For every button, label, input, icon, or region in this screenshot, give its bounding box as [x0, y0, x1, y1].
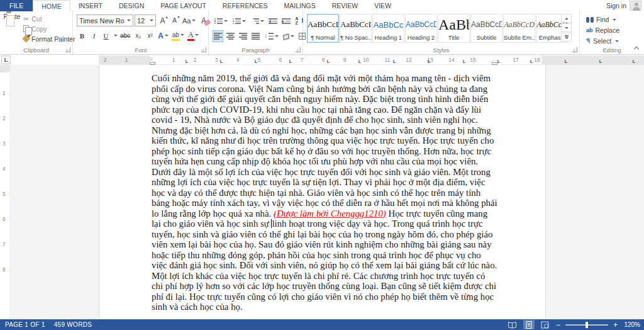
ribbon-tab-bar: FILE HOME INSERT DESIGN PAGE LAYOUT REFE… — [0, 0, 644, 11]
format-painter-button[interactable]: Format Painter — [23, 35, 75, 43]
style-heading2[interactable]: AaBbCcD Heading 2 — [405, 14, 437, 43]
tab-stop-mark[interactable]: L — [289, 59, 292, 64]
left-indent-marker[interactable] — [150, 62, 155, 65]
tab-stop-mark[interactable]: L — [327, 59, 330, 64]
tab-stop-mark[interactable]: L — [393, 59, 396, 64]
tab-stop-mark[interactable]: L — [633, 59, 636, 64]
styles-more-button[interactable] — [561, 33, 572, 42]
line-spacing-button[interactable] — [263, 30, 280, 42]
styles-scroll-up-button[interactable] — [561, 14, 572, 23]
align-right-button[interactable] — [238, 30, 248, 42]
account-avatar[interactable] — [630, 1, 641, 11]
ruler-number: 5 — [3, 191, 6, 197]
underline-dropdown-icon[interactable] — [114, 35, 118, 37]
tab-stop-mark[interactable]: L — [565, 59, 568, 64]
font-size-combo[interactable]: 12 — [135, 14, 156, 26]
font-name-combo[interactable]: Times New Ro — [77, 14, 133, 26]
zoom-level-indicator[interactable]: 120% — [623, 321, 640, 328]
underline-button[interactable]: U — [101, 30, 111, 42]
style-subtitle[interactable]: AaBbCcD Subtitle — [470, 14, 502, 43]
numbering-button[interactable] — [231, 15, 247, 27]
style-heading1[interactable]: AaBbCc Heading 1 — [372, 14, 404, 43]
styles-dialog-launcher-icon[interactable] — [572, 47, 577, 52]
vertical-ruler[interactable]: 1 2 3 4 5 6 7 8 — [0, 65, 10, 319]
shrink-font-button[interactable]: A — [169, 14, 180, 26]
tab-stop-mark[interactable]: L — [255, 59, 258, 64]
zoom-slider-thumb[interactable] — [586, 322, 588, 328]
document-page[interactable]: Cuối những năm 2019, thế giới đã và đang… — [99, 65, 546, 319]
tab-stop-mark[interactable]: L — [599, 59, 602, 64]
clear-formatting-button[interactable]: A — [198, 14, 209, 26]
grow-font-button[interactable]: A — [157, 14, 168, 26]
align-center-button[interactable] — [225, 30, 236, 42]
highlight-color-button[interactable]: ab — [171, 30, 186, 42]
copy-button[interactable]: Copy — [23, 25, 47, 33]
superscript-button[interactable]: x² — [145, 30, 155, 42]
text-effects-button[interactable]: A — [157, 30, 170, 42]
page-count-indicator[interactable]: PAGE 1 OF 1 — [5, 321, 45, 328]
subscript-button[interactable]: x₂ — [133, 30, 143, 42]
font-color-button[interactable]: A — [187, 30, 200, 42]
replace-button[interactable]: ab Replace — [586, 26, 619, 35]
bullets-button[interactable] — [213, 15, 229, 27]
first-line-indent-marker[interactable] — [149, 55, 154, 59]
font-name-dropdown-icon[interactable] — [127, 20, 131, 21]
strikethrough-button[interactable]: abc — [119, 30, 131, 42]
tab-stop-mark[interactable]: L — [497, 59, 501, 64]
tab-stop-mark[interactable]: L — [428, 59, 431, 64]
increase-indent-button[interactable] — [280, 15, 292, 27]
web-layout-button[interactable] — [540, 320, 551, 329]
style-no-spacing[interactable]: AaBbCcDd ¶ No Spac... — [340, 14, 372, 43]
tab-review[interactable]: REVIEW — [324, 0, 366, 11]
right-indent-marker-base[interactable] — [492, 62, 497, 65]
tab-stop-mark[interactable]: L — [220, 59, 223, 64]
tab-design[interactable]: DESIGN — [111, 0, 152, 11]
collapse-ribbon-icon[interactable] — [634, 45, 639, 50]
replace-icon: ab — [586, 27, 593, 33]
cut-icon: ✂ — [23, 16, 29, 22]
decrease-indent-button[interactable] — [267, 15, 279, 27]
zoom-in-button[interactable]: + — [613, 321, 618, 329]
horizontal-ruler[interactable]: 2 1 1 2 3 4 5 6 7 8 9 10 11 12 13 14 15 … — [0, 55, 644, 65]
style-normal[interactable]: AaBbCcDd ¶ Normal — [307, 14, 339, 43]
select-dropdown-icon[interactable] — [615, 40, 619, 42]
tab-stop-mark[interactable]: L — [530, 59, 533, 64]
select-button[interactable]: Select — [586, 37, 619, 45]
tab-home[interactable]: HOME — [33, 0, 70, 11]
zoom-out-button[interactable]: − — [556, 321, 560, 329]
tab-stop-mark[interactable]: L — [463, 59, 466, 64]
italic-button[interactable]: I — [89, 30, 99, 42]
change-case-button[interactable]: Aa — [181, 14, 197, 26]
multilevel-list-button[interactable] — [249, 15, 265, 27]
tab-mailings[interactable]: MAILINGS — [276, 0, 324, 11]
tab-stop-mark[interactable]: L — [186, 59, 189, 64]
style-subtle-emphasis[interactable]: AaBbCcD Subtle Em... — [503, 14, 535, 43]
tab-insert[interactable]: INSERT — [70, 0, 111, 11]
tab-view[interactable]: VIEW — [366, 0, 399, 11]
sign-in-link[interactable]: Sign in — [606, 0, 626, 11]
zoom-slider[interactable] — [565, 324, 608, 326]
justify-button[interactable] — [250, 30, 261, 42]
find-dropdown-icon[interactable] — [613, 19, 616, 21]
style-title[interactable]: AaBbCcD Title — [438, 14, 470, 43]
group-paragraph: AZ ¶ Paragraph — [209, 11, 303, 54]
tab-stop-mark[interactable]: L — [358, 59, 362, 64]
tab-page-layout[interactable]: PAGE LAYOUT — [152, 0, 214, 11]
find-button[interactable]: Find — [586, 15, 616, 24]
word-count-indicator[interactable]: 459 WORDS — [54, 321, 92, 328]
bold-button[interactable]: B — [77, 30, 87, 42]
shading-button[interactable] — [282, 30, 296, 42]
font-dialog-launcher-icon[interactable] — [201, 47, 206, 52]
read-mode-button[interactable] — [507, 320, 518, 329]
styles-scroll-down-button[interactable] — [561, 23, 572, 32]
cut-button[interactable]: ✂ Cut — [23, 14, 42, 23]
paragraph-dialog-launcher-icon[interactable] — [296, 47, 301, 52]
tab-file[interactable]: FILE — [0, 0, 33, 11]
clipboard-dialog-launcher-icon[interactable] — [65, 47, 70, 52]
print-layout-button[interactable] — [523, 320, 535, 329]
align-left-button[interactable] — [213, 30, 223, 42]
tab-references[interactable]: REFERENCES — [214, 0, 276, 11]
font-size-dropdown-icon[interactable] — [150, 20, 153, 21]
document-paragraph[interactable]: Cuối những năm 2019, thế giới đã và đang… — [152, 73, 498, 312]
paste-button[interactable]: Paste — [3, 13, 21, 52]
